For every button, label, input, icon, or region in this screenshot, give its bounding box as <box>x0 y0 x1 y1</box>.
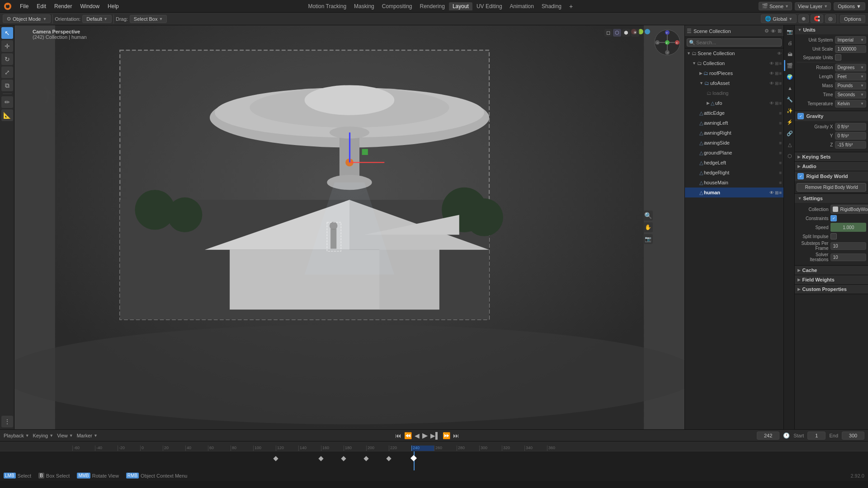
jump-start-btn[interactable]: ⏮ <box>395 432 401 439</box>
ufo-filter[interactable]: ≡ <box>779 101 782 106</box>
ws-tab-uv-editing[interactable]: UV Editing <box>473 2 506 10</box>
prop-icon-view-layer[interactable]: 🏔 <box>784 49 795 60</box>
hedgeright-restrict1[interactable]: ≡ <box>779 170 782 175</box>
viewport[interactable]: 人人素材 RRCG RRCG 人人素材 人人素材 RRCG 人人素材 RRCG … <box>14 25 684 429</box>
roofpieces-eye[interactable]: 👁 <box>769 71 774 76</box>
substeps-value[interactable]: 10 <box>830 242 866 250</box>
length-select[interactable]: Feet▼ <box>835 73 866 80</box>
temp-select[interactable]: Kelvin▼ <box>835 100 866 108</box>
next-frame-btn[interactable]: ▶▌ <box>430 432 440 439</box>
awningside-restrict1[interactable]: ≡ <box>779 141 782 145</box>
ws-tab-shading[interactable]: Shading <box>538 2 565 10</box>
outliner-filter[interactable]: ⚙ <box>764 28 769 34</box>
prop-icon-constraints[interactable]: 🔗 <box>784 128 795 139</box>
prop-icon-particles[interactable]: ✨ <box>784 105 795 116</box>
collection-eye[interactable]: 👁 <box>769 61 774 66</box>
view-btn[interactable]: View▼ <box>57 433 73 438</box>
human-restrict2[interactable]: ⊞ <box>775 190 778 195</box>
ws-tab-rendering[interactable]: Rendering <box>416 2 448 10</box>
gravity-checkbox[interactable]: ✓ <box>797 113 804 119</box>
next-keyframe-btn[interactable]: ⏩ <box>443 432 450 439</box>
tree-collection[interactable]: ▼ 🗂 Collection 👁 ⊞ ≡ <box>685 58 783 68</box>
ws-tab-motion-tracking[interactable]: Motion Tracking <box>304 2 350 10</box>
remove-rigid-body-world-btn[interactable]: Remove Rigid Body World <box>797 183 866 192</box>
snap-toggle[interactable]: 🧲 <box>811 14 823 23</box>
roofpieces-restrict[interactable]: ⊞ <box>775 71 778 76</box>
search-input[interactable] <box>687 38 782 47</box>
prop-icon-modifiers[interactable]: 🔧 <box>784 94 795 105</box>
tree-human[interactable]: △ human 👁 ⊞ ≡ <box>685 188 783 197</box>
keyframe-242[interactable] <box>410 455 417 461</box>
marker-btn[interactable]: Marker▼ <box>77 433 98 438</box>
tree-groundplane[interactable]: △ groundPlane ≡ <box>685 148 783 158</box>
keyframe-3[interactable] <box>341 456 346 461</box>
tool-move[interactable]: ✛ <box>1 40 13 52</box>
gravity-z-value[interactable]: -15 ft/s² <box>835 141 866 149</box>
ufoasset-eye[interactable]: 👁 <box>769 81 774 86</box>
menu-file[interactable]: File <box>16 2 32 10</box>
gravity-header[interactable]: ✓ Gravity <box>795 111 868 121</box>
tool-select[interactable]: ↖ <box>1 27 13 39</box>
menu-edit[interactable]: Edit <box>33 2 50 10</box>
status-select[interactable]: LMB Select <box>4 473 31 479</box>
tool-extra[interactable]: ⋮ <box>1 416 13 427</box>
custom-properties-header[interactable]: ▶ Custom Properties <box>795 285 868 294</box>
rigid-body-world-header[interactable]: ✓ Rigid Body World <box>795 171 868 181</box>
constraints-checkbox[interactable]: ✓ <box>830 215 837 221</box>
prev-keyframe-btn[interactable]: ⏪ <box>404 432 412 439</box>
keyframe-2[interactable] <box>318 456 323 461</box>
tool-annotate[interactable]: ✏ <box>1 96 13 108</box>
tool-scale[interactable]: ⤢ <box>1 66 13 78</box>
speed-value[interactable]: 1.000 <box>830 223 866 232</box>
groundplane-restrict1[interactable]: ≡ <box>779 150 782 155</box>
hedgeleft-restrict1[interactable]: ≡ <box>779 160 782 165</box>
prop-icon-world[interactable]: 🌍 <box>784 71 795 82</box>
status-rotate[interactable]: MMB Rotate View <box>77 473 118 479</box>
ws-tab-animation[interactable]: Animation <box>506 2 538 10</box>
viewport-camera[interactable]: 📷 <box>643 234 653 244</box>
keying-sets-header[interactable]: ▶ Keying Sets <box>795 152 868 161</box>
awningright-restrict1[interactable]: ≡ <box>779 131 782 136</box>
dot-cyan[interactable] <box>645 29 650 34</box>
tree-awningright[interactable]: △ awningRight ≡ <box>685 128 783 138</box>
scene-selector[interactable]: 🎬Scene▼ <box>759 2 792 10</box>
tree-scene-collection[interactable]: ▼ 🗂 Scene Collection 👁 <box>685 48 783 58</box>
playback-btn[interactable]: Playback▼ <box>4 433 29 438</box>
solver-value[interactable]: 10 <box>830 253 866 261</box>
collection-filter[interactable]: ≡ <box>779 61 782 66</box>
ufo-restrict1[interactable]: 👁 <box>769 101 774 106</box>
gravity-y-value[interactable]: 0 ft/s² <box>835 132 866 140</box>
unit-scale-value[interactable]: 1.000000 <box>835 45 866 53</box>
menu-help[interactable]: Help <box>104 2 123 10</box>
ws-tab-layout[interactable]: Layout <box>449 2 472 10</box>
start-frame-input[interactable] <box>807 432 826 440</box>
field-weights-header[interactable]: ▶ Field Weights <box>795 275 868 284</box>
collection-restrict[interactable]: ⊞ <box>775 61 778 66</box>
solid-btn[interactable]: ⬡ <box>613 29 621 37</box>
jump-end-btn[interactable]: ⏭ <box>453 432 459 439</box>
tree-awningside[interactable]: △ awningSide ≡ <box>685 138 783 148</box>
prop-icon-material[interactable]: ⬡ <box>784 150 795 161</box>
view-orientation-widget[interactable]: Y X -Y -X Z <box>654 29 681 56</box>
orientation-select[interactable]: Default▼ <box>82 15 112 23</box>
keying-btn[interactable]: Keying▼ <box>33 433 54 438</box>
tool-transform[interactable]: ⧉ <box>1 80 13 91</box>
tree-loading[interactable]: 🗂 loading <box>685 88 783 98</box>
tree-awningleft[interactable]: △ awningLeft ≡ <box>685 118 783 128</box>
ws-tab-add[interactable]: + <box>566 2 576 11</box>
housemain-restrict1[interactable]: ≡ <box>779 180 782 185</box>
rbw-checkbox[interactable]: ✓ <box>797 173 804 179</box>
rotation-select[interactable]: Degrees▼ <box>835 64 866 71</box>
prop-icon-scene[interactable]: 🎬 <box>784 60 795 71</box>
status-context-menu[interactable]: RMB Object Context Menu <box>126 473 188 479</box>
tree-housemain[interactable]: △ houseMain ≡ <box>685 178 783 188</box>
keyframe-1[interactable] <box>273 456 278 461</box>
ws-tab-masking[interactable]: Masking <box>350 2 378 10</box>
ufoasset-filter[interactable]: ≡ <box>779 81 782 86</box>
prev-frame-btn[interactable]: ◀ <box>415 432 420 439</box>
options-btn-2[interactable]: Options <box>840 15 865 23</box>
menu-window[interactable]: Window <box>76 2 103 10</box>
atticedge-restrict1[interactable]: ≡ <box>779 111 782 116</box>
material-btn[interactable]: ⬢ <box>622 29 630 37</box>
prop-icon-render[interactable]: 📷 <box>784 26 795 37</box>
